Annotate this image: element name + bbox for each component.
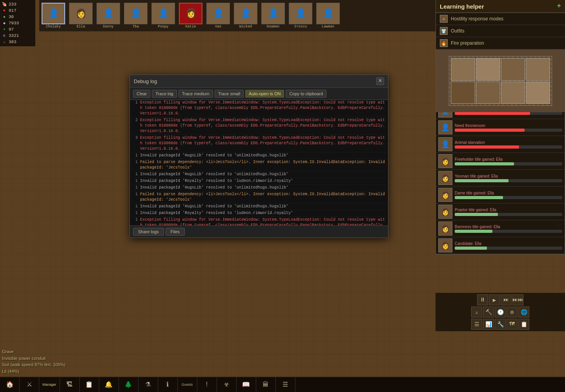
taskbar-factions[interactable]: 🏛 bbox=[256, 377, 276, 392]
log-entry: 1Invalid packageId 'HugsLib' resolved to… bbox=[131, 185, 386, 191]
break-risk-item-9: 👩 Candidate: Ella bbox=[436, 237, 565, 254]
debug-log-title: Debug log bbox=[134, 78, 157, 84]
debug-copy-clipboard-button[interactable]: Copy to clipboard bbox=[286, 90, 326, 98]
resource-medicine: + 97 bbox=[2, 27, 34, 32]
learning-item-fire[interactable]: 🔥 Fire preparation bbox=[436, 37, 565, 49]
break-risk-text-3: Animal starvation bbox=[455, 140, 562, 145]
debug-trace-medium-button[interactable]: Trace medium bbox=[179, 90, 213, 98]
debug-auto-open-button[interactable]: Auto-open is ON bbox=[245, 90, 284, 98]
log-count: 1 bbox=[132, 178, 138, 184]
debug-clear-button[interactable]: Clear bbox=[133, 90, 150, 98]
colonist-name-cholaky: Cholaky bbox=[46, 25, 61, 29]
break-risk-bar-4 bbox=[455, 162, 562, 165]
hostility-icon: ⚔ bbox=[440, 15, 448, 23]
guests-label: Guests bbox=[182, 383, 193, 387]
map-icon[interactable]: 🗺 bbox=[507, 319, 518, 330]
taskbar-architect[interactable]: 🏗 bbox=[60, 377, 80, 392]
colonist-ella[interactable]: 👩 Ella bbox=[67, 3, 94, 29]
taskbar-animals[interactable]: ! bbox=[197, 377, 217, 392]
weapon-icon: ⚔ bbox=[2, 39, 7, 45]
taskbar-home[interactable]: 🏠 bbox=[0, 377, 20, 392]
settings-icon[interactable]: ⚙ bbox=[507, 307, 518, 318]
break-risk-bar-9 bbox=[455, 247, 562, 250]
taskbar-health[interactable]: ☣ bbox=[217, 377, 237, 392]
health-value: 917 bbox=[9, 8, 16, 13]
taskbar-quests[interactable]: ℹ bbox=[158, 377, 178, 392]
chart-icon[interactable]: 📊 bbox=[483, 319, 494, 330]
learning-helper-header: Learning helper + bbox=[436, 0, 565, 13]
mood-icon: ● bbox=[2, 14, 7, 20]
learning-item-outfits[interactable]: 👕 Outfits bbox=[436, 25, 565, 37]
colonist-danny[interactable]: 👤 Danny bbox=[95, 3, 122, 29]
break-risk-fill-9 bbox=[455, 247, 487, 250]
break-risk-text-5: Yeoman title gained: Ella bbox=[455, 174, 562, 178]
sword-icon[interactable]: ⚔ bbox=[471, 307, 482, 318]
list-icon[interactable]: 📋 bbox=[518, 319, 529, 330]
log-count: 1 bbox=[132, 160, 138, 171]
resource-food: 🍖 233 bbox=[2, 2, 34, 7]
log-text: Exception filling window for Verse.Immed… bbox=[140, 118, 386, 134]
log-text: Invalid packageId 'HugsLib' resolved to … bbox=[140, 185, 386, 191]
play-button[interactable]: ▶ bbox=[489, 294, 500, 305]
log-text: Invalid packageId 'HugsLib' resolved to … bbox=[140, 153, 386, 158]
break-risk-item-8: 👩 Baroness title gained: Ella bbox=[436, 220, 565, 237]
mood-value: 30 bbox=[9, 15, 14, 19]
taskbar-orders[interactable]: ⚔ bbox=[20, 377, 39, 392]
taskbar-wildlife[interactable]: 🌲 bbox=[119, 377, 139, 392]
debug-trace-big-button[interactable]: Trace big bbox=[152, 90, 177, 98]
break-risk-portrait-3: 👤 bbox=[438, 137, 452, 151]
colonist-vao[interactable]: 👤 Vao bbox=[205, 3, 231, 29]
tools-icon[interactable]: 🔧 bbox=[495, 319, 506, 330]
break-risk-fill-3 bbox=[455, 145, 519, 149]
taskbar-research[interactable]: ⚗ bbox=[139, 377, 158, 392]
colonist-iroscu[interactable]: 👤 Iroscu bbox=[287, 3, 314, 29]
break-risk-info-4: Freeholder title gained: Ella bbox=[455, 157, 562, 165]
fast-forward-button[interactable]: ⏭ bbox=[501, 294, 512, 305]
taskbar-guests[interactable]: Guests bbox=[178, 377, 197, 392]
ground-line2: Invisible power conduit bbox=[2, 355, 66, 362]
log-entry: 1Exception filling window for Verse.Imme… bbox=[131, 100, 386, 117]
break-risk-item-3: 👤 Animal starvation bbox=[436, 136, 565, 153]
menu-icon[interactable]: ☰ bbox=[471, 319, 482, 330]
debug-share-logs-button[interactable]: Share logs bbox=[133, 228, 164, 236]
log-count: 1 bbox=[132, 192, 138, 203]
debug-trace-small-button[interactable]: Trace small bbox=[215, 90, 244, 98]
learning-item-hostility[interactable]: ⚔ Hostility response modes bbox=[436, 13, 565, 25]
debug-log-content[interactable]: 2Exception filling window for Verse.Imme… bbox=[130, 100, 388, 225]
action-icons-row2: ☰ 📊 🔧 🗺 📋 bbox=[437, 319, 563, 330]
debug-files-button[interactable]: Files bbox=[166, 228, 185, 236]
taskbar-menu[interactable]: ☰ bbox=[276, 377, 295, 392]
faster-button[interactable]: ⏭⏭ bbox=[512, 294, 523, 305]
learning-helper-add-button[interactable]: + bbox=[557, 2, 561, 10]
colonist-name-danny: Danny bbox=[103, 25, 113, 29]
debug-close-button[interactable]: × bbox=[376, 77, 384, 85]
log-count: 1 bbox=[132, 100, 138, 116]
break-risk-info-6: Dame title gained: Ella bbox=[455, 191, 562, 199]
build-icon[interactable]: 🔨 bbox=[483, 307, 494, 318]
break-risk-bar-6 bbox=[455, 196, 562, 199]
log-entry: 3Exception filling window for Verse.Imme… bbox=[131, 135, 386, 152]
colonist-tba[interactable]: 👤 Tba bbox=[122, 3, 149, 29]
pause-button[interactable]: ⏸ bbox=[477, 294, 488, 305]
resource-weapon: ⚔ 383 bbox=[2, 39, 34, 45]
colonist-poopy[interactable]: 👤 Poopy bbox=[150, 3, 177, 29]
colonist-katie[interactable]: 👩 Katie bbox=[177, 3, 204, 29]
taskbar-schedule[interactable]: 🔔 bbox=[99, 377, 119, 392]
taskbar-history[interactable]: 📖 bbox=[237, 377, 256, 392]
colonist-wicked[interactable]: 👤 Wicked bbox=[232, 3, 259, 29]
taskbar-manager[interactable]: Manager bbox=[39, 377, 60, 392]
log-text: Failed to parse dependency: <li>JecsTool… bbox=[140, 192, 386, 203]
break-risk-fill-6 bbox=[455, 196, 503, 199]
clock-icon[interactable]: 🕐 bbox=[495, 307, 506, 318]
bottom-taskbar: 🏠 ⚔ Manager 🏗 📋 🔔 🌲 ⚗ ℹ Guests ! ☣ 📖 🏛 ☰ bbox=[0, 376, 565, 392]
colonist-lawman[interactable]: 👤 Lawman bbox=[315, 3, 341, 29]
resource-mood: ● 30 bbox=[2, 14, 34, 20]
break-risk-text-8: Baroness title gained: Ella bbox=[455, 225, 562, 229]
break-risk-text-6: Dame title gained: Ella bbox=[455, 191, 562, 195]
colonist-doamen[interactable]: 👤 Doamen bbox=[260, 3, 286, 29]
world-icon[interactable]: 🌐 bbox=[518, 307, 529, 318]
resource-panel: 🍖 233 ♥ 917 ● 30 ◆ 7933 + 97 ⚙ 3321 ⚔ 38… bbox=[0, 0, 35, 46]
taskbar-work[interactable]: 📋 bbox=[80, 377, 99, 392]
colonist-cholaky[interactable]: 👤 Cholaky bbox=[40, 3, 67, 29]
break-risk-fill-7 bbox=[455, 213, 498, 216]
